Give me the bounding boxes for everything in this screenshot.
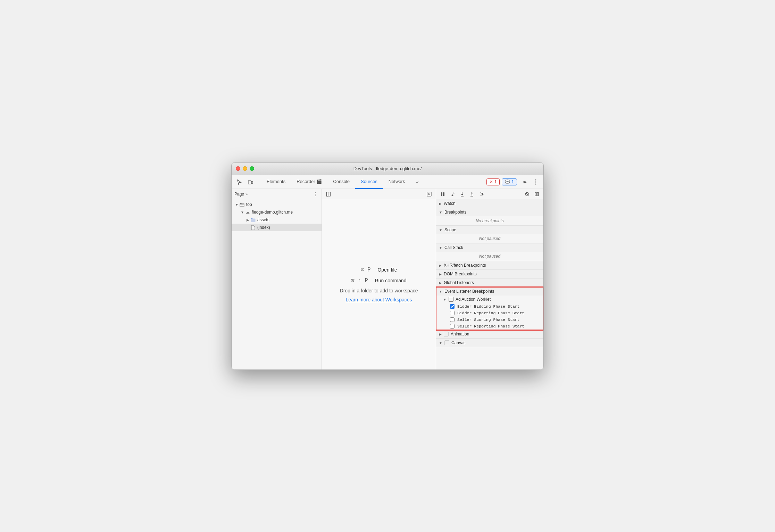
checkbox-seller-reporting[interactable] (450, 324, 455, 329)
right-panel-content: ▶ Watch ▼ Breakpoints No breakpoints (436, 199, 543, 369)
sidebar-toggle-button[interactable] (325, 190, 332, 198)
scope-body: Not paused (436, 234, 543, 243)
svg-rect-28 (537, 192, 539, 196)
canvas-checkbox[interactable] (444, 340, 449, 345)
section-animation: ▶ Animation (436, 330, 543, 339)
tree-arrow-assets: ▶ (245, 217, 250, 222)
checkbox-row-bidder-bidding: Bidder Bidding Phase Start (436, 303, 543, 310)
close-button[interactable] (236, 166, 240, 171)
tree-item-domain[interactable]: ▼ ☁ fledge-demo.glitch.me (232, 208, 322, 216)
section-xhr: ▶ XHR/fetch Breakpoints (436, 261, 543, 270)
section-event-listener-header[interactable]: ▼ Event Listener Breakpoints (436, 287, 543, 296)
scope-arrow-icon: ▼ (439, 228, 442, 232)
section-xhr-header[interactable]: ▶ XHR/fetch Breakpoints (436, 261, 543, 269)
section-canvas-header[interactable]: ▼ Canvas (436, 339, 543, 347)
right-panel: ▶ Watch ▼ Breakpoints No breakpoints (436, 189, 543, 369)
checkbox-bidder-reporting[interactable] (450, 311, 455, 315)
maximize-button[interactable] (250, 166, 254, 171)
tab-console[interactable]: Console (327, 175, 355, 189)
svg-point-2 (535, 179, 536, 180)
svg-marker-13 (453, 192, 455, 193)
tree-arrow-domain: ▼ (240, 210, 245, 215)
left-panel-header: Page » ⋮ (232, 189, 322, 199)
pointer-tool-button[interactable] (234, 177, 244, 187)
drop-text: Drop in a folder to add to workspace (340, 288, 418, 293)
folder-icon-top (239, 202, 245, 207)
section-canvas: ▼ Canvas (436, 339, 543, 347)
workspace-link[interactable]: Learn more about Workspaces (345, 297, 412, 302)
checkbox-seller-scoring[interactable] (450, 317, 455, 322)
toolbar-right: ✕ 1 💬 1 (486, 177, 541, 187)
tree-label-top: top (246, 202, 252, 207)
info-badge-button[interactable]: 💬 1 (502, 178, 517, 185)
section-global-listeners-header[interactable]: ▶ Global Listeners (436, 279, 543, 287)
devtools-container: Elements Recorder 🎬 Console Sources Netw… (232, 175, 543, 369)
animation-checkbox[interactable] (444, 332, 449, 336)
canvas-arrow-icon: ▼ (439, 341, 442, 345)
ad-auction-arrow-icon: ▼ (443, 298, 447, 301)
tree-item-index[interactable]: (index) (232, 224, 322, 231)
svg-marker-15 (451, 195, 453, 196)
shortcut-key-open: ⌘ P (361, 266, 371, 273)
page-label: Page (234, 192, 244, 197)
xhr-arrow-icon: ▶ (439, 264, 442, 267)
tab-recorder[interactable]: Recorder 🎬 (291, 175, 327, 189)
call-stack-body: Not paused (436, 252, 543, 261)
sub-section-ad-auction-header[interactable]: ▼ — Ad Auction Worklet (436, 296, 543, 303)
section-xhr-label: XHR/fetch Breakpoints (444, 263, 486, 268)
tab-more[interactable]: » (410, 175, 424, 189)
deactivate-breakpoints-button[interactable] (523, 190, 531, 198)
section-watch-label: Watch (444, 201, 456, 206)
section-call-stack: ▼ Call Stack Not paused (436, 243, 543, 261)
step-over-button[interactable] (449, 190, 456, 198)
step-button[interactable] (478, 190, 485, 198)
more-panels-icon[interactable]: » (245, 192, 248, 196)
checkbox-row-bidder-reporting: Bidder Reporting Phase Start (436, 310, 543, 316)
main-layout: Page » ⋮ ▼ (232, 189, 543, 369)
section-breakpoints-header[interactable]: ▼ Breakpoints (436, 208, 543, 216)
svg-line-26 (526, 193, 528, 196)
section-scope-label: Scope (444, 227, 456, 232)
minimize-button[interactable] (243, 166, 247, 171)
step-out-button[interactable] (468, 190, 476, 198)
more-options-button[interactable] (531, 177, 541, 187)
step-into-button[interactable] (458, 190, 466, 198)
section-dom-header[interactable]: ▶ DOM Breakpoints (436, 270, 543, 278)
tree-arrow-top: ▼ (234, 202, 239, 207)
pause-button[interactable] (439, 190, 447, 198)
section-watch-header[interactable]: ▶ Watch (436, 199, 543, 208)
breakpoints-body: No breakpoints (436, 216, 543, 225)
debug-toolbar (436, 189, 543, 199)
run-button[interactable] (425, 190, 433, 198)
shortcut-open-file: ⌘ P Open file (361, 266, 397, 273)
tab-elements[interactable]: Elements (261, 175, 291, 189)
checkbox-label-bidder-reporting: Bidder Reporting Phase Start (457, 311, 524, 315)
info-icon: 💬 (505, 180, 510, 184)
tab-sources[interactable]: Sources (355, 175, 383, 189)
pause-exceptions-button[interactable] (533, 190, 541, 198)
section-call-stack-header[interactable]: ▼ Call Stack (436, 243, 543, 252)
svg-rect-27 (535, 192, 536, 196)
settings-button[interactable] (519, 177, 529, 187)
tree-item-assets[interactable]: ▶ assets (232, 216, 322, 224)
sub-section-ad-auction: ▼ — Ad Auction Worklet Bidder Bidding Ph… (436, 296, 543, 330)
svg-marker-20 (471, 192, 473, 193)
device-toggle-button[interactable] (245, 177, 255, 187)
error-badge-button[interactable]: ✕ 1 (486, 178, 500, 185)
devtools-window: DevTools - fledge-demo.glitch.me/ Elemen… (231, 162, 544, 370)
traffic-lights (236, 166, 254, 171)
section-animation-header[interactable]: ▶ Animation (436, 330, 543, 338)
section-breakpoints-label: Breakpoints (444, 210, 466, 215)
section-dom: ▶ DOM Breakpoints (436, 270, 543, 279)
sub-section-ad-auction-label: Ad Auction Worklet (456, 297, 491, 302)
svg-marker-17 (461, 194, 463, 196)
tree-item-top[interactable]: ▼ top (232, 201, 322, 208)
titlebar: DevTools - fledge-demo.glitch.me/ (232, 163, 543, 175)
checkbox-bidder-bidding[interactable] (450, 304, 455, 309)
section-breakpoints: ▼ Breakpoints No breakpoints (436, 208, 543, 226)
section-scope-header[interactable]: ▼ Scope (436, 226, 543, 234)
tab-network[interactable]: Network (383, 175, 411, 189)
section-call-stack-label: Call Stack (444, 245, 463, 250)
panel-menu-button[interactable]: ⋮ (312, 191, 319, 198)
checkbox-label-seller-reporting: Seller Reporting Phase Start (457, 324, 524, 329)
